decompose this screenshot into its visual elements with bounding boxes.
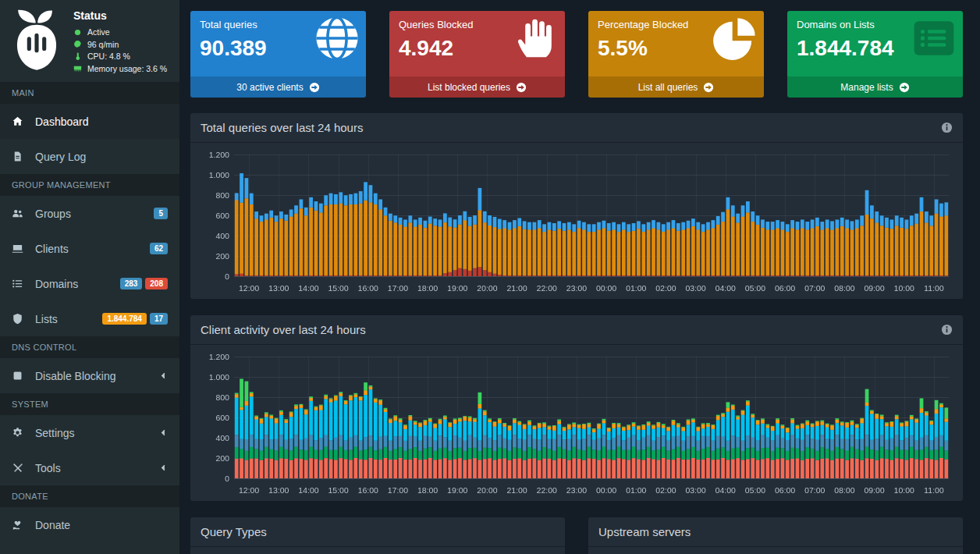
card-title: Total queries bbox=[200, 19, 357, 30]
status-item-label: Active bbox=[87, 27, 110, 37]
client-activity-panel-header: Client activity over last 24 hours bbox=[190, 315, 963, 345]
card-value: 4.942 bbox=[399, 36, 556, 61]
count-badge: 62 bbox=[150, 243, 168, 254]
sidebar-item-label: Settings bbox=[35, 427, 75, 439]
sidebar-item-label: Query Log bbox=[35, 151, 86, 163]
sidebar-item-label: Domains bbox=[35, 278, 78, 290]
main-content: Total queries90.38930 active clientsQuer… bbox=[179, 0, 980, 554]
sidebar-item-lists[interactable]: Lists1.844.78417 bbox=[0, 301, 179, 336]
cpu-temp-icon bbox=[73, 51, 83, 61]
client-activity-chart[interactable] bbox=[198, 350, 955, 499]
sidebar-item-settings[interactable]: Settings bbox=[0, 415, 179, 450]
card-footer-label: 30 active clients bbox=[236, 82, 303, 93]
file-icon bbox=[12, 151, 29, 162]
summary-card: Queries Blocked4.942List blocked queries bbox=[389, 11, 565, 98]
nav-section-header: DONATE bbox=[0, 485, 179, 507]
count-badge: 1.844.784 bbox=[102, 313, 147, 325]
total-queries-panel: Total queries over last 24 hours bbox=[190, 113, 963, 299]
status-item: Active bbox=[73, 27, 167, 37]
sidebar: Status Active96 q/minCPU: 4.8 %Memory us… bbox=[0, 0, 179, 554]
sidebar-item-domains[interactable]: Domains283208 bbox=[0, 266, 179, 301]
card-footer-label: Manage lists bbox=[840, 82, 893, 93]
badge-group: 1.844.78417 bbox=[102, 313, 168, 325]
upstream-servers-panel: Upstream servers bbox=[588, 517, 963, 554]
arrow-circle-right-icon bbox=[516, 82, 527, 93]
card-footer-label: List blocked queries bbox=[428, 82, 510, 93]
summary-card: Domains on Lists1.844.784Manage lists bbox=[787, 11, 963, 98]
sidebar-item-label: Disable Blocking bbox=[35, 370, 116, 382]
count-badge: 208 bbox=[145, 278, 168, 289]
status-item: Memory usage: 3.6 % bbox=[73, 64, 167, 73]
card-footer-link[interactable]: Manage lists bbox=[787, 76, 963, 98]
tools-icon bbox=[12, 462, 29, 474]
status-item: CPU: 4.8 % bbox=[73, 51, 167, 61]
info-icon[interactable] bbox=[941, 324, 953, 336]
brand-area: Status Active96 q/minCPU: 4.8 %Memory us… bbox=[0, 0, 179, 82]
total-queries-panel-header: Total queries over last 24 hours bbox=[190, 113, 963, 143]
arrow-circle-right-icon bbox=[703, 82, 714, 93]
card-body: Queries Blocked4.942 bbox=[389, 11, 565, 76]
status-item-label: CPU: 4.8 % bbox=[87, 51, 130, 61]
arrow-circle-right-icon bbox=[899, 82, 910, 93]
card-footer-link[interactable]: List blocked queries bbox=[389, 76, 565, 98]
sidebar-item-label: Clients bbox=[35, 243, 69, 255]
panel-title: Total queries over last 24 hours bbox=[201, 121, 363, 134]
summary-card: Total queries90.38930 active clients bbox=[190, 11, 366, 98]
badge-group: 5 bbox=[154, 208, 168, 219]
sidebar-item-tools[interactable]: Tools bbox=[0, 450, 179, 485]
info-icon[interactable] bbox=[941, 122, 953, 133]
memory-icon bbox=[73, 64, 83, 73]
status-item-label: 96 q/min bbox=[87, 40, 119, 49]
panel-title: Client activity over last 24 hours bbox=[201, 323, 366, 336]
sidebar-item-clients[interactable]: Clients62 bbox=[0, 231, 179, 266]
query-types-panel: Query Types bbox=[190, 517, 565, 554]
shield-icon bbox=[12, 313, 29, 325]
sidebar-item-query-log[interactable]: Query Log bbox=[0, 139, 179, 174]
total-queries-panel-body bbox=[190, 143, 963, 299]
status-dot-icon bbox=[73, 27, 83, 37]
sidebar-nav: MAINDashboardQuery LogGROUP MANAGEMENTGr… bbox=[0, 82, 179, 542]
card-footer-link[interactable]: 30 active clients bbox=[190, 76, 366, 98]
card-title: Percentage Blocked bbox=[598, 19, 755, 30]
pihole-logo bbox=[8, 8, 66, 76]
sidebar-item-label: Dashboard bbox=[35, 115, 89, 128]
card-body: Total queries90.389 bbox=[190, 11, 366, 76]
status-title: Status bbox=[73, 9, 167, 22]
screen-icon bbox=[12, 243, 29, 254]
gears-icon bbox=[12, 427, 29, 439]
upstream-servers-panel-header: Upstream servers bbox=[588, 517, 963, 547]
status-item: 96 q/min bbox=[73, 40, 167, 49]
donate-icon bbox=[12, 519, 29, 531]
sidebar-item-donate[interactable]: Donate bbox=[0, 507, 179, 542]
card-title: Domains on Lists bbox=[797, 19, 953, 30]
query-types-panel-header: Query Types bbox=[190, 517, 565, 547]
nav-section-header: DNS CONTROL bbox=[0, 336, 179, 358]
client-activity-panel-body bbox=[190, 345, 963, 501]
summary-card: Percentage Blocked5.5%List all queries bbox=[588, 11, 764, 98]
arrow-circle-right-icon bbox=[309, 82, 320, 93]
sidebar-item-label: Lists bbox=[35, 313, 58, 325]
summary-cards: Total queries90.38930 active clientsQuer… bbox=[190, 11, 963, 98]
badge-group: 283208 bbox=[120, 278, 168, 289]
card-footer-label: List all queries bbox=[638, 82, 698, 93]
sidebar-item-label: Tools bbox=[35, 462, 61, 474]
card-footer-link[interactable]: List all queries bbox=[588, 76, 764, 98]
card-value: 90.389 bbox=[200, 36, 357, 61]
home-icon bbox=[12, 115, 29, 127]
card-value: 1.844.784 bbox=[797, 36, 953, 61]
count-badge: 283 bbox=[120, 278, 143, 289]
sidebar-item-disable-blocking[interactable]: Disable Blocking bbox=[0, 358, 179, 393]
total-queries-chart[interactable] bbox=[198, 147, 955, 297]
chevron-left-icon bbox=[159, 371, 168, 380]
status-panel: Status Active96 q/minCPU: 4.8 %Memory us… bbox=[73, 8, 167, 76]
load-gauge-icon bbox=[73, 40, 83, 49]
client-activity-panel: Client activity over last 24 hours bbox=[190, 315, 963, 501]
sidebar-item-groups[interactable]: Groups5 bbox=[0, 196, 179, 231]
count-badge: 5 bbox=[154, 208, 168, 219]
status-item-label: Memory usage: 3.6 % bbox=[87, 64, 167, 73]
sidebar-item-dashboard[interactable]: Dashboard bbox=[0, 104, 179, 139]
chevron-left-icon bbox=[159, 463, 168, 472]
card-title: Queries Blocked bbox=[399, 19, 556, 30]
stop-icon bbox=[12, 370, 29, 382]
sidebar-item-label: Donate bbox=[35, 519, 70, 531]
